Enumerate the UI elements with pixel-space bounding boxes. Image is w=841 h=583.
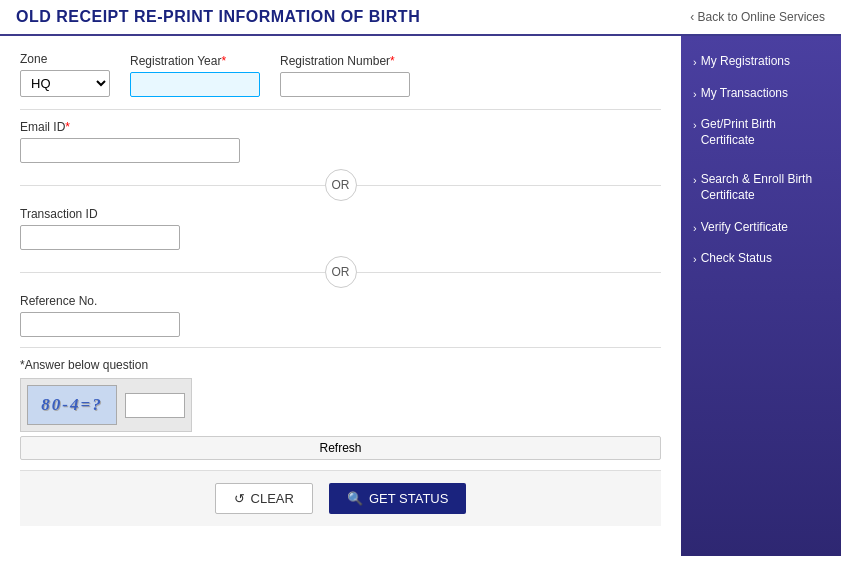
get-status-button[interactable]: 🔍 GET STATUS bbox=[329, 483, 466, 514]
zone-label: Zone bbox=[20, 52, 110, 66]
or-line-left-2 bbox=[20, 272, 325, 273]
sidebar-item-get-print-birth[interactable]: › Get/Print Birth Certificate bbox=[681, 109, 841, 156]
arrow-icon-search-enroll: › bbox=[693, 173, 697, 187]
search-icon: 🔍 bbox=[347, 491, 363, 506]
arrow-icon-verify: › bbox=[693, 221, 697, 235]
reg-number-label: Registration Number* bbox=[280, 54, 410, 68]
divider-2 bbox=[20, 347, 661, 348]
captcha-wrapper: 80-4=? Refresh bbox=[20, 378, 661, 460]
email-group: Email ID* bbox=[20, 120, 661, 163]
sidebar-label-check-status: Check Status bbox=[701, 251, 772, 267]
reg-number-group: Registration Number* bbox=[280, 54, 410, 97]
divider-1 bbox=[20, 109, 661, 110]
top-fields-row: Zone HQ North South East West Registrati… bbox=[20, 52, 661, 97]
page-wrapper: OLD RECEIPT RE-PRINT INFORMATION OF BIRT… bbox=[0, 0, 841, 583]
sidebar-label-verify-certificate: Verify Certificate bbox=[701, 220, 788, 236]
page-title: OLD RECEIPT RE-PRINT INFORMATION OF BIRT… bbox=[16, 8, 420, 26]
top-bar: OLD RECEIPT RE-PRINT INFORMATION OF BIRT… bbox=[0, 0, 841, 36]
refresh-button[interactable]: Refresh bbox=[20, 436, 661, 460]
sidebar-item-my-registrations[interactable]: › My Registrations bbox=[681, 46, 841, 78]
reg-number-input[interactable] bbox=[280, 72, 410, 97]
captcha-image: 80-4=? bbox=[27, 385, 117, 425]
email-label: Email ID* bbox=[20, 120, 661, 134]
reg-year-input[interactable] bbox=[130, 72, 260, 97]
or-circle-2: OR bbox=[325, 256, 357, 288]
arrow-icon-check-status: › bbox=[693, 252, 697, 266]
reference-label: Reference No. bbox=[20, 294, 661, 308]
sidebar-item-verify-certificate[interactable]: › Verify Certificate bbox=[681, 212, 841, 244]
sidebar-item-check-status[interactable]: › Check Status bbox=[681, 243, 841, 275]
reg-year-group: Registration Year* bbox=[130, 54, 260, 97]
captcha-label: *Answer below question bbox=[20, 358, 661, 372]
clear-button[interactable]: ↺ CLEAR bbox=[215, 483, 313, 514]
zone-select[interactable]: HQ North South East West bbox=[20, 70, 110, 97]
clear-icon: ↺ bbox=[234, 491, 245, 506]
or-line-right bbox=[357, 185, 662, 186]
sidebar: › My Registrations › My Transactions › G… bbox=[681, 36, 841, 556]
reg-year-label: Registration Year* bbox=[130, 54, 260, 68]
transaction-label: Transaction ID bbox=[20, 207, 661, 221]
transaction-group: Transaction ID bbox=[20, 207, 661, 250]
email-input[interactable] bbox=[20, 138, 240, 163]
zone-group: Zone HQ North South East West bbox=[20, 52, 110, 97]
arrow-icon-get-print: › bbox=[693, 118, 697, 132]
captcha-answer-input[interactable] bbox=[125, 393, 185, 418]
arrow-icon-transactions: › bbox=[693, 87, 697, 101]
content-area: Zone HQ North South East West Registrati… bbox=[0, 36, 841, 556]
or-separator-1: OR bbox=[20, 169, 661, 201]
transaction-input[interactable] bbox=[20, 225, 180, 250]
or-line-right-2 bbox=[357, 272, 662, 273]
sidebar-divider bbox=[681, 156, 841, 164]
back-link[interactable]: ‹ Back to Online Services bbox=[690, 10, 825, 24]
reference-group: Reference No. bbox=[20, 294, 661, 337]
sidebar-label-my-transactions: My Transactions bbox=[701, 86, 788, 102]
main-form: Zone HQ North South East West Registrati… bbox=[0, 36, 681, 556]
captcha-row: 80-4=? bbox=[20, 378, 192, 432]
sidebar-item-my-transactions[interactable]: › My Transactions bbox=[681, 78, 841, 110]
reference-input[interactable] bbox=[20, 312, 180, 337]
or-separator-2: OR bbox=[20, 256, 661, 288]
sidebar-label-get-print-birth: Get/Print Birth Certificate bbox=[701, 117, 829, 148]
sidebar-item-search-enroll[interactable]: › Search & Enroll Birth Certificate bbox=[681, 164, 841, 211]
sidebar-label-my-registrations: My Registrations bbox=[701, 54, 790, 70]
arrow-icon-registrations: › bbox=[693, 55, 697, 69]
sidebar-label-search-enroll: Search & Enroll Birth Certificate bbox=[701, 172, 829, 203]
footer-buttons: ↺ CLEAR 🔍 GET STATUS bbox=[20, 470, 661, 526]
or-circle-1: OR bbox=[325, 169, 357, 201]
or-line-left bbox=[20, 185, 325, 186]
captcha-section: *Answer below question 80-4=? Refresh bbox=[20, 358, 661, 460]
